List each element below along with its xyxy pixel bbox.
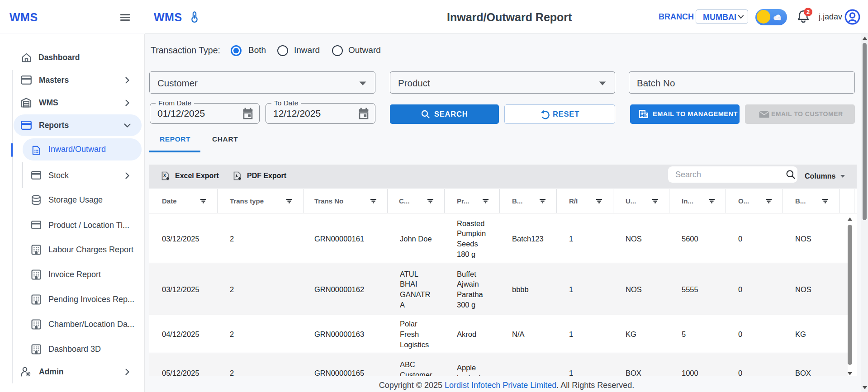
svg-text:X: X bbox=[163, 173, 166, 178]
